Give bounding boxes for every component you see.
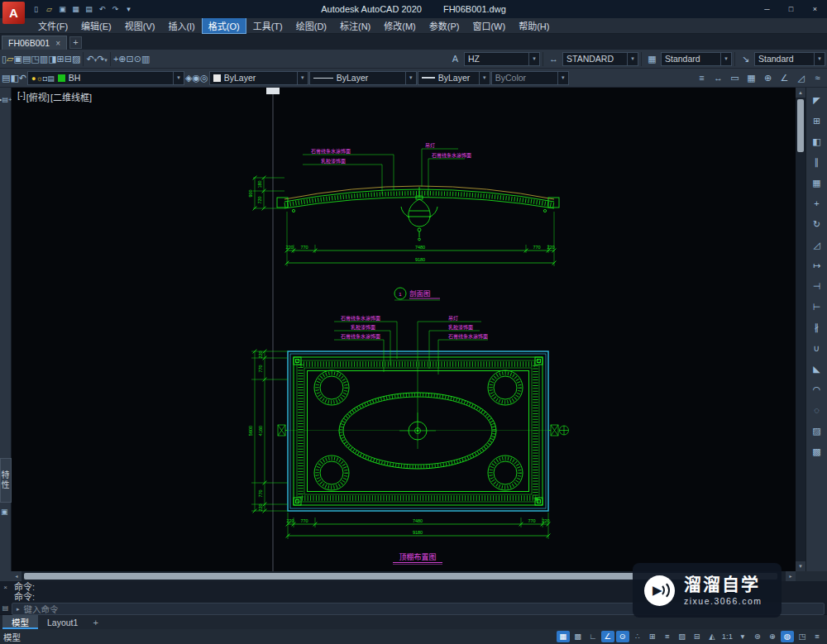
workspace-icon[interactable]: ⊛	[751, 631, 764, 642]
menu-dimension[interactable]: 标注(N)	[333, 17, 377, 34]
chevron-down-icon[interactable]: ▾	[720, 53, 731, 65]
array-icon[interactable]: ▦	[809, 175, 825, 190]
list-icon[interactable]: ≡	[694, 70, 710, 86]
plot-style-combo[interactable]: ByColor ▾	[491, 71, 569, 85]
distance-icon[interactable]: ↔	[710, 70, 726, 86]
qat-open-icon[interactable]: ▱	[43, 2, 55, 17]
scroll-down-icon[interactable]: ▼	[796, 561, 805, 571]
measure-settings-icon[interactable]: ≈	[810, 70, 825, 86]
customize-icon[interactable]: ≡	[810, 631, 824, 642]
dynamic-input-icon[interactable]: ⊞	[646, 631, 659, 642]
maximize-button[interactable]: □	[779, 0, 803, 18]
layer-previous-icon[interactable]: ↶	[19, 73, 26, 83]
layer-plot-icon[interactable]: ▤	[47, 74, 55, 83]
model-space-label[interactable]: 模型	[3, 631, 21, 643]
vertical-scroll-thumb[interactable]	[797, 99, 804, 152]
chevron-down-icon[interactable]: ▾	[479, 72, 490, 84]
tab-model[interactable]: 模型	[2, 615, 38, 629]
chamfer-icon[interactable]: ◣	[809, 361, 825, 376]
menu-modify[interactable]: 修改(M)	[377, 17, 423, 34]
application-menu-button[interactable]: A	[2, 2, 25, 24]
fillet-icon[interactable]: ◠	[809, 382, 825, 397]
vertical-scrollbar[interactable]: ▲ ▼	[796, 88, 805, 571]
make-current-layer-icon[interactable]: ◈	[185, 73, 192, 83]
hatch-icon[interactable]: ▩	[809, 444, 825, 459]
qat-saveas-icon[interactable]: ▦	[69, 2, 82, 17]
redo-dropdown-icon[interactable]: ▾	[104, 57, 108, 63]
redo-icon[interactable]: ↷	[97, 54, 104, 64]
menu-tools[interactable]: 工具(T)	[246, 17, 289, 34]
close-button[interactable]: ×	[803, 0, 827, 18]
publish-icon[interactable]: ▥	[40, 54, 48, 64]
annotation-visibility-icon[interactable]: ◭	[705, 631, 719, 642]
angle-icon[interactable]: ∠	[777, 70, 792, 86]
undo-icon[interactable]: ↶	[86, 54, 93, 64]
menu-draw[interactable]: 绘图(D)	[289, 17, 333, 34]
viewport-grip[interactable]	[266, 88, 280, 94]
paste-icon[interactable]: ⊟	[65, 54, 72, 64]
clean-screen-icon[interactable]: ◳	[796, 631, 809, 642]
new-tab-button[interactable]: +	[69, 36, 82, 49]
keyboard-icon[interactable]: ▤	[2, 604, 9, 612]
scroll-left-icon[interactable]: ◂	[12, 571, 22, 581]
rotate-icon[interactable]: ↻	[809, 217, 825, 231]
copy-clip-icon[interactable]: ⊞	[57, 54, 65, 64]
qat-dropdown-icon[interactable]: ▾	[122, 2, 135, 17]
snap-icon[interactable]: ▩	[571, 631, 585, 642]
area-icon[interactable]: ▭	[727, 70, 743, 86]
qat-redo-icon[interactable]: ↷	[109, 2, 122, 17]
annotation-monitor-icon[interactable]: ⊕	[766, 631, 779, 642]
layer-unisolate-icon[interactable]: ◎	[200, 73, 208, 83]
polar-tracking-icon[interactable]: ∠	[601, 631, 614, 642]
layer-isolate-icon[interactable]: ◉	[193, 73, 201, 83]
tab-layout1[interactable]: Layout1	[38, 615, 87, 629]
chevron-down-icon[interactable]: ▾	[528, 53, 539, 65]
join-icon[interactable]: ∪	[809, 341, 825, 355]
menu-insert[interactable]: 插入(I)	[161, 17, 201, 34]
table-style-combo[interactable]: Standard ▾	[661, 52, 732, 66]
mleader-style-combo[interactable]: Standard ▾	[754, 52, 825, 66]
blend-icon[interactable]: ◌	[809, 403, 825, 417]
chevron-down-icon[interactable]: ▾	[405, 72, 416, 84]
vertical-scroll-track[interactable]	[796, 98, 805, 561]
layer-combo[interactable]: ●☼◘▤ BH ▾	[27, 71, 184, 85]
plot-icon[interactable]: ▤	[22, 54, 31, 64]
drawing-canvas[interactable]: [-] [俯视] [二维线框]	[12, 88, 796, 571]
properties-icon[interactable]: ▥	[141, 54, 150, 64]
trim-icon[interactable]: ⊣	[809, 279, 825, 293]
scroll-right-icon[interactable]: ▸	[786, 571, 796, 581]
viewport-menu-control[interactable]: [-]	[17, 90, 26, 103]
clipboard-icon[interactable]: ▤	[2, 96, 8, 103]
move-icon[interactable]: +	[809, 196, 825, 211]
menu-format[interactable]: 格式(O)	[202, 17, 246, 34]
annotation-scale-label[interactable]: 1:1	[720, 631, 734, 642]
chevron-down-icon[interactable]: ▾	[627, 53, 638, 65]
isolate-objects-icon[interactable]: ◍	[781, 631, 794, 642]
open-icon[interactable]: ▱	[7, 54, 13, 64]
qat-new-icon[interactable]: ▯	[30, 2, 42, 17]
osnap-icon[interactable]: ⊙	[616, 631, 629, 642]
menu-parametric[interactable]: 参数(P)	[423, 17, 466, 34]
lineweight-combo[interactable]: ByLayer ▾	[418, 71, 490, 85]
scale-dropdown-icon[interactable]: ▾	[736, 631, 749, 642]
erase-icon[interactable]: ◤	[809, 93, 825, 107]
chevron-down-icon[interactable]: ▾	[814, 53, 825, 65]
cut-icon[interactable]: ◨	[48, 54, 56, 64]
explode-icon[interactable]: ▨	[809, 423, 825, 438]
command-chevron-icon[interactable]: ▸	[17, 606, 20, 613]
viewport-visual-style-control[interactable]: [二维线框]	[50, 90, 92, 103]
minimize-button[interactable]: ─	[755, 0, 779, 18]
cad-drawing[interactable]: 石膏线条水涂饰面 乳胶漆饰面 吊灯 石膏线条水涂饰面 180 7	[12, 88, 796, 571]
ortho-icon[interactable]: ∟	[586, 631, 600, 642]
save-icon[interactable]: ▣	[14, 54, 22, 64]
zoom-realtime-icon[interactable]: ⊕	[118, 54, 126, 64]
properties-panel-icon[interactable]: ▣	[1, 508, 8, 516]
quick-calc-icon[interactable]: ◿	[793, 70, 809, 86]
properties-panel-tab[interactable]: 特性	[0, 458, 12, 503]
new-layout-button[interactable]: +	[87, 615, 103, 629]
chevron-down-icon[interactable]: ▾	[297, 72, 308, 84]
lineweight-icon[interactable]: ≡	[661, 631, 674, 642]
chevron-down-icon[interactable]: ▾	[557, 72, 568, 84]
otrack-icon[interactable]: ∴	[631, 631, 644, 642]
id-point-icon[interactable]: ⊕	[760, 70, 776, 86]
